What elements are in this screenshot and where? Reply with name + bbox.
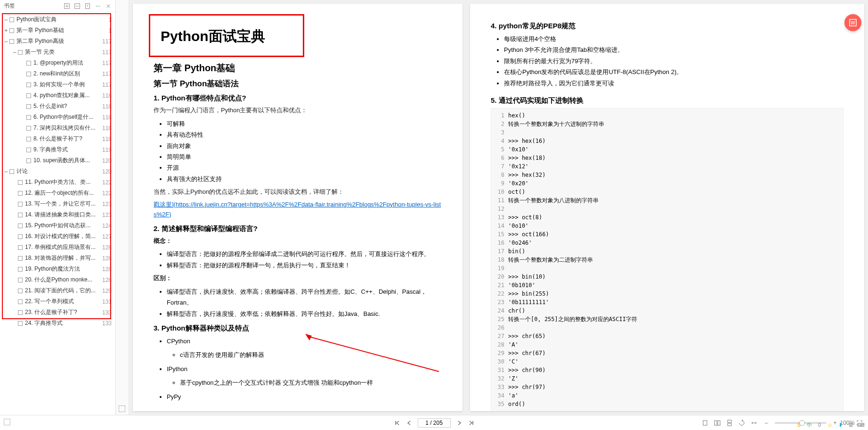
options-icon[interactable]: [95, 3, 101, 9]
bookmark-item[interactable]: 24. 字典推导式133: [0, 318, 115, 329]
tray-icon[interactable]: ⌨: [857, 421, 865, 429]
sidebar-title: 书签: [4, 2, 15, 10]
tray-icon[interactable]: S: [795, 421, 803, 429]
bookmark-item[interactable]: 7. 深拷贝和浅拷贝有什...118: [0, 123, 115, 133]
code-line: 20>>> bin(10): [495, 273, 839, 281]
close-icon[interactable]: [105, 3, 112, 9]
bookmark-item[interactable]: 11. Python中类方法、类...122: [0, 177, 115, 188]
code-line: 6>>> hex(18): [495, 154, 839, 162]
fit-width-icon[interactable]: [750, 419, 758, 427]
bookmark-add-icon[interactable]: [84, 3, 91, 9]
bookmark-item[interactable]: –讨论120: [0, 166, 115, 177]
tray-icon[interactable]: 中: [805, 421, 813, 429]
q4-heading: 4. python常见的PEP8规范: [491, 22, 844, 31]
code-line: 21'0b1010': [495, 281, 839, 289]
page-indicator[interactable]: 1 / 205: [418, 418, 451, 428]
tray-icon[interactable]: 0: [815, 421, 824, 429]
bookmark-item[interactable]: –第二章 Python高级117: [0, 36, 115, 47]
list-item: PyPy: [167, 391, 442, 402]
q1-link[interactable]: 戳这里: [154, 201, 172, 208]
bookmark-item[interactable]: –Python面试宝典1: [0, 14, 115, 25]
bookmark-item[interactable]: 16. 对设计模式的理解，简...127: [0, 231, 115, 242]
list-item: 解释型语言：把做好的源程序翻译一句，然后执行一句，直至结束！: [167, 260, 442, 271]
zoom-out-button[interactable]: –: [763, 419, 770, 427]
page-thumb-icon[interactable]: [119, 405, 125, 412]
bookmark-item[interactable]: 10. super函数的具体...120: [0, 155, 115, 166]
view-continuous-icon[interactable]: [726, 419, 733, 427]
q1-link-url[interactable]: ](https://link.juejin.cn?target=https%3A…: [154, 201, 441, 218]
list-item: 限制所有行的最大行宽为79字符。: [504, 56, 844, 66]
list-item: IPython: [167, 364, 442, 374]
bookmark-item[interactable]: 18. 对装饰器的理解，并写...128: [0, 253, 115, 264]
code-line: 34'a': [495, 391, 839, 400]
prev-page-button[interactable]: [406, 419, 413, 427]
title-highlight-box: Python面试宝典: [149, 14, 304, 57]
pager: 1 / 205: [393, 418, 475, 428]
code-line: 7'0x12': [495, 162, 839, 171]
code-line: 11转换一个整数对象为八进制的字符串: [495, 196, 839, 205]
rotate-icon[interactable]: [738, 419, 746, 427]
last-page-button[interactable]: [468, 419, 475, 427]
bookmark-item[interactable]: 17. 单例模式的应用场景有...128: [0, 242, 115, 253]
bookmark-item[interactable]: –第一节 元类117: [0, 47, 115, 58]
list-item: 可解释: [167, 118, 442, 129]
page-2: 4. python常见的PEP8规范 每级缩进用4个空格Python 3中不允许…: [470, 4, 864, 411]
code-line: 12: [495, 205, 839, 213]
list-item: 在核心Python发布的代码应该总是使用UTF-8(ASCII在Python 2…: [504, 66, 844, 77]
wps-fab-button[interactable]: W: [844, 14, 861, 31]
code-line: 18转换一个整数对象为二进制字符串: [495, 256, 839, 264]
bookmark-item[interactable]: 3. 如何实现一个单例117: [0, 79, 115, 90]
bookmark-item[interactable]: 2. new和init的区别117: [0, 68, 115, 79]
document-viewport[interactable]: Python面试宝典 第一章 Python基础 第一节 Python基础语法 1…: [129, 0, 868, 415]
page-mode-icon[interactable]: [4, 419, 10, 425]
bookmark-item[interactable]: 23. 什么是猴子补丁?133: [0, 307, 115, 318]
q1-heading: 1. Python有哪些特点和优点?: [154, 94, 442, 103]
q3-heading: 3. Python解释器种类以及特点: [154, 324, 442, 333]
code-line: 15>>> oct(166): [495, 230, 839, 239]
code-line: 9'0x20': [495, 179, 839, 188]
list-item: 具有动态特性: [167, 129, 442, 140]
bookmark-item[interactable]: 14. 请描述抽象类和接口类...123: [0, 209, 115, 220]
list-item: 编译型语言，执行速度快、效率高；依赖编译器、跨平台性差些。如C、C++、Delp…: [167, 286, 442, 308]
bookmark-list[interactable]: –Python面试宝典1+第一章 Python基础1–第二章 Python高级1…: [0, 12, 115, 415]
section-heading: 第一节 Python基础语法: [154, 78, 442, 89]
bookmark-item[interactable]: 19. Python的魔法方法128: [0, 264, 115, 274]
bookmark-item[interactable]: 9. 字典推导式119: [0, 144, 115, 155]
bookmark-item[interactable]: 22. 写一个单列模式131: [0, 296, 115, 307]
code-line: 25转换一个[0, 255]之间的整数为对应的ASCII字符: [495, 315, 839, 323]
code-line: 14'0o10': [495, 222, 839, 230]
bookmark-item[interactable]: 21. 阅读下面的代码，它的...129: [0, 285, 115, 296]
code-line: 5'0x10': [495, 145, 839, 154]
tray-icon[interactable]: ☺: [826, 421, 834, 429]
bookmark-item[interactable]: 4. python查找对象属...118: [0, 90, 115, 101]
bookmark-item[interactable]: 1. @property的用法117: [0, 58, 115, 68]
list-item: 具有强大的社区支持: [167, 174, 442, 184]
q2-diff-list: 编译型语言，执行速度快、效率高；依赖编译器、跨平台性差些。如C、C++、Delp…: [167, 286, 442, 319]
bookmark-item[interactable]: 6. Python中的self是什...118: [0, 112, 115, 123]
bookmark-item[interactable]: 12. 遍历一个object的所有...122: [0, 188, 115, 198]
view-single-icon[interactable]: [701, 419, 709, 427]
view-double-icon[interactable]: [714, 419, 721, 427]
expand-icon[interactable]: [64, 3, 70, 9]
next-page-button[interactable]: [455, 419, 463, 427]
bookmarks-sidebar: 书签 –Python面试宝典1+第一章 Python基础1–第二章 Python…: [0, 0, 116, 415]
bookmark-item[interactable]: 20. 什么是Python monke...128: [0, 274, 115, 285]
bookmark-item[interactable]: 13. 写一个类，并让它尽可...123: [0, 198, 115, 209]
q3-list: CPythonc语言开发的 使用最广的解释器IPython基于cpython之上…: [167, 336, 442, 402]
code-line: 13>>> oct(8): [495, 213, 839, 222]
tray-icon[interactable]: ⊞: [846, 421, 855, 429]
svg-rect-16: [703, 421, 707, 425]
bookmark-item[interactable]: +第一章 Python基础1: [0, 25, 115, 36]
bookmark-item[interactable]: 15. Python中如何动态获...124: [0, 220, 115, 231]
collapse-icon[interactable]: [74, 3, 81, 9]
svg-rect-18: [718, 421, 720, 425]
list-item: 每级缩进用4个空格: [504, 33, 844, 44]
svg-point-8: [97, 6, 98, 7]
tray-icon[interactable]: ⬇: [836, 421, 844, 429]
bookmark-item[interactable]: 5. 什么是init?118: [0, 101, 115, 112]
list-item: CPython: [167, 336, 442, 347]
svg-rect-20: [728, 423, 731, 426]
footer-left: [4, 419, 10, 427]
bookmark-item[interactable]: 8. 什么是猴子补丁?118: [0, 133, 115, 144]
first-page-button[interactable]: [393, 419, 401, 427]
